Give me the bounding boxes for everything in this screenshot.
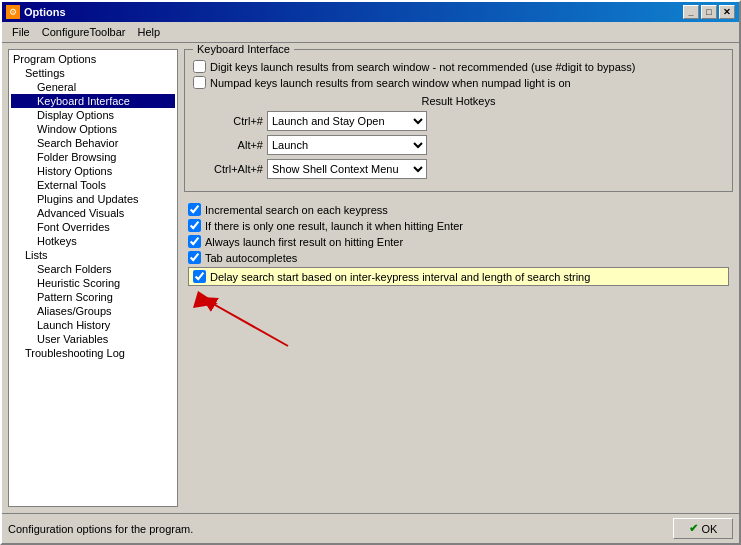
digit-keys-label: Digit keys launch results from search wi… (210, 61, 636, 73)
tree-item[interactable]: Hotkeys (11, 234, 175, 248)
window-icon: ⚙ (6, 5, 20, 19)
tree-item[interactable]: Settings (11, 66, 175, 80)
result-hotkeys-label: Result Hotkeys (193, 95, 724, 107)
maximize-button[interactable]: □ (701, 5, 717, 19)
svg-line-1 (208, 301, 288, 346)
tree-item[interactable]: History Options (11, 164, 175, 178)
menu-bar: File ConfigureToolbar Help (2, 22, 739, 43)
arrow-annotation (188, 286, 729, 356)
hotkey-select-alt[interactable]: Launch and Stay Open Launch Show Shell C… (267, 135, 427, 155)
keyboard-interface-content: Digit keys launch results from search wi… (193, 60, 724, 179)
tab-autocomplete-label: Tab autocompletes (205, 252, 297, 264)
left-panel: Program OptionsSettingsGeneralKeyboard I… (8, 49, 178, 507)
behavior-checkboxes: Incremental search on each keypress If t… (184, 200, 733, 356)
menu-configure-toolbar[interactable]: ConfigureToolbar (36, 24, 132, 40)
tree-item[interactable]: Search Behavior (11, 136, 175, 150)
tree-item[interactable]: General (11, 80, 175, 94)
hotkey-select-ctrlalt[interactable]: Launch and Stay Open Launch Show Shell C… (267, 159, 427, 179)
numpad-keys-row: Numpad keys launch results from search w… (193, 76, 724, 89)
one-result-checkbox[interactable] (188, 219, 201, 232)
tree-item[interactable]: User Variables (11, 332, 175, 346)
window-title: Options (24, 6, 683, 18)
options-window: ⚙ Options _ □ ✕ File ConfigureToolbar He… (0, 0, 741, 545)
delay-search-label: Delay search start based on inter-keypre… (210, 271, 590, 283)
arrow-svg (188, 286, 388, 356)
hotkey-label-ctrl: Ctrl+# (193, 115, 263, 127)
tree-item[interactable]: Window Options (11, 122, 175, 136)
minimize-button[interactable]: _ (683, 5, 699, 19)
tree-item[interactable]: Font Overrides (11, 220, 175, 234)
right-panel: Keyboard Interface Digit keys launch res… (184, 49, 733, 507)
title-bar-buttons: _ □ ✕ (683, 5, 735, 19)
ok-button[interactable]: ✔ OK (673, 518, 733, 539)
menu-help[interactable]: Help (132, 24, 167, 40)
hotkey-select-ctrl[interactable]: Launch and Stay Open Launch Show Shell C… (267, 111, 427, 131)
first-result-label: Always launch first result on hitting En… (205, 236, 403, 248)
tree-item[interactable]: Aliases/Groups (11, 304, 175, 318)
first-result-checkbox[interactable] (188, 235, 201, 248)
digit-keys-row: Digit keys launch results from search wi… (193, 60, 724, 73)
tree-item[interactable]: Launch History (11, 318, 175, 332)
tree-item[interactable]: External Tools (11, 178, 175, 192)
delay-row: Delay search start based on inter-keypre… (188, 267, 729, 286)
tree-item[interactable]: Display Options (11, 108, 175, 122)
ok-label: OK (702, 523, 718, 535)
hotkey-label-ctrlalt: Ctrl+Alt+# (193, 163, 263, 175)
tree-item[interactable]: Troubleshooting Log (11, 346, 175, 360)
hotkey-row-ctrl: Ctrl+# Launch and Stay Open Launch Show … (193, 111, 724, 131)
keyboard-interface-title: Keyboard Interface (193, 43, 294, 55)
title-bar: ⚙ Options _ □ ✕ (2, 2, 739, 22)
tree-item[interactable]: Program Options (11, 52, 175, 66)
numpad-keys-checkbox[interactable] (193, 76, 206, 89)
hotkey-row-alt: Alt+# Launch and Stay Open Launch Show S… (193, 135, 724, 155)
status-text: Configuration options for the program. (8, 523, 193, 535)
keyboard-interface-group: Keyboard Interface Digit keys launch res… (184, 49, 733, 192)
delay-search-checkbox[interactable] (193, 270, 206, 283)
menu-file[interactable]: File (6, 24, 36, 40)
first-result-row: Always launch first result on hitting En… (188, 235, 729, 248)
tab-autocomplete-row: Tab autocompletes (188, 251, 729, 264)
close-button[interactable]: ✕ (719, 5, 735, 19)
bottom-bar: Configuration options for the program. ✔… (2, 513, 739, 543)
tree-item[interactable]: Folder Browsing (11, 150, 175, 164)
hotkey-row-ctrlalt: Ctrl+Alt+# Launch and Stay Open Launch S… (193, 159, 724, 179)
tree-item[interactable]: Heuristic Scoring (11, 276, 175, 290)
numpad-keys-label: Numpad keys launch results from search w… (210, 77, 571, 89)
incremental-search-label: Incremental search on each keypress (205, 204, 388, 216)
hotkey-label-alt: Alt+# (193, 139, 263, 151)
tab-autocomplete-checkbox[interactable] (188, 251, 201, 264)
one-result-row: If there is only one result, launch it w… (188, 219, 729, 232)
tree-item[interactable]: Advanced Visuals (11, 206, 175, 220)
one-result-label: If there is only one result, launch it w… (205, 220, 463, 232)
tree-item[interactable]: Search Folders (11, 262, 175, 276)
tree-item[interactable]: Lists (11, 248, 175, 262)
tree-item[interactable]: Plugins and Updates (11, 192, 175, 206)
incremental-search-checkbox[interactable] (188, 203, 201, 216)
checkmark-icon: ✔ (689, 522, 698, 535)
incremental-search-row: Incremental search on each keypress (188, 203, 729, 216)
tree-item[interactable]: Keyboard Interface (11, 94, 175, 108)
digit-keys-checkbox[interactable] (193, 60, 206, 73)
content-area: Program OptionsSettingsGeneralKeyboard I… (2, 43, 739, 513)
tree-item[interactable]: Pattern Scoring (11, 290, 175, 304)
